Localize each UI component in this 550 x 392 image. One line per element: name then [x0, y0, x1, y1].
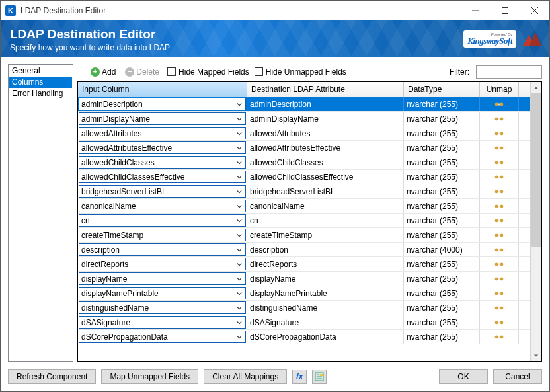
header-unmap[interactable]: Unmap	[480, 82, 519, 97]
destination-attribute-cell[interactable]: canonicalName	[247, 199, 404, 213]
destination-attribute-cell[interactable]: adminDisplayName	[247, 112, 404, 126]
input-column-combo[interactable]: displayName	[79, 272, 246, 285]
maximize-button[interactable]	[490, 1, 520, 20]
hide-mapped-checkbox[interactable]: Hide Mapped Fields	[167, 67, 249, 77]
table-row[interactable]: allowedChildClassesallowedChildClassesnv…	[78, 155, 530, 170]
fx-button[interactable]: fx	[292, 370, 307, 384]
input-column-cell[interactable]: dSCorePropagationData	[78, 330, 247, 344]
scroll-up-button[interactable]	[531, 82, 541, 93]
input-column-cell[interactable]: directReports	[78, 257, 247, 271]
input-column-combo[interactable]: cn	[79, 214, 246, 227]
input-column-combo[interactable]: distinguishedName	[79, 301, 246, 314]
table-row[interactable]: distinguishedNamedistinguishedNamenvarch…	[78, 301, 530, 315]
destination-attribute-cell[interactable]: allowedAttributes	[247, 126, 404, 140]
hide-unmapped-checkbox[interactable]: Hide Unmapped Fields	[255, 67, 346, 77]
destination-attribute-cell[interactable]: distinguishedName	[247, 301, 404, 315]
input-column-combo[interactable]: adminDisplayName	[79, 112, 246, 125]
input-column-cell[interactable]: canonicalName	[78, 199, 247, 213]
input-column-cell[interactable]: allowedAttributes	[78, 126, 247, 140]
input-column-cell[interactable]: allowedChildClassesEffective	[78, 170, 247, 184]
input-column-combo[interactable]: allowedChildClassesEffective	[79, 171, 246, 183]
unmap-cell[interactable]	[480, 315, 519, 329]
input-column-cell[interactable]: adminDisplayName	[78, 112, 247, 126]
table-row[interactable]: adminDescriptionadminDescriptionnvarchar…	[78, 97, 530, 112]
input-column-cell[interactable]: displayNamePrintable	[78, 286, 247, 300]
table-row[interactable]: descriptiondescriptionnvarchar (4000)	[78, 243, 530, 257]
scroll-down-button[interactable]	[531, 350, 541, 361]
input-column-cell[interactable]: dSASignature	[78, 315, 247, 329]
input-column-combo[interactable]: canonicalName	[79, 200, 246, 212]
unmap-cell[interactable]	[480, 301, 519, 315]
vertical-scrollbar[interactable]	[530, 82, 541, 361]
destination-attribute-cell[interactable]: dSASignature	[247, 315, 404, 329]
unmap-cell[interactable]	[480, 228, 519, 242]
unmap-cell[interactable]	[480, 214, 519, 227]
input-column-cell[interactable]: allowedChildClasses	[78, 155, 247, 169]
input-column-cell[interactable]: displayName	[78, 272, 247, 286]
table-row[interactable]: dSASignaturedSASignaturenvarchar (255)	[78, 315, 530, 330]
close-button[interactable]	[520, 1, 549, 20]
table-row[interactable]: cncnnvarchar (255)	[78, 214, 530, 228]
unmap-cell[interactable]	[480, 155, 519, 169]
refresh-component-button[interactable]: Refresh Component	[8, 369, 96, 384]
scroll-track[interactable]	[531, 93, 541, 350]
input-column-cell[interactable]: createTimeStamp	[78, 228, 247, 242]
input-column-combo[interactable]: description	[79, 243, 246, 256]
header-destination-attribute[interactable]: Destination LDAP Attribute	[247, 82, 404, 97]
unmap-cell[interactable]	[480, 112, 519, 126]
destination-attribute-cell[interactable]: createTimeStamp	[247, 228, 404, 242]
input-column-cell[interactable]: adminDescription	[78, 97, 247, 111]
header-datatype[interactable]: DataType	[404, 82, 480, 97]
input-column-combo[interactable]: allowedAttributesEffective	[79, 141, 246, 154]
unmap-cell[interactable]	[480, 272, 519, 286]
input-column-combo[interactable]: allowedAttributes	[79, 127, 246, 139]
input-column-cell[interactable]: description	[78, 243, 247, 256]
unmap-cell[interactable]	[480, 170, 519, 184]
table-row[interactable]: allowedAttributesEffectiveallowedAttribu…	[78, 141, 530, 155]
input-column-combo[interactable]: directReports	[79, 258, 246, 270]
table-row[interactable]: createTimeStampcreateTimeStampnvarchar (…	[78, 228, 530, 243]
table-row[interactable]: displayNamePrintabledisplayNamePrintable…	[78, 286, 530, 301]
minimize-button[interactable]	[460, 1, 490, 20]
destination-attribute-cell[interactable]: adminDescription	[247, 97, 404, 111]
input-column-cell[interactable]: cn	[78, 214, 247, 227]
destination-attribute-cell[interactable]: allowedChildClasses	[247, 155, 404, 169]
nav-item-general[interactable]: General	[9, 65, 72, 77]
table-row[interactable]: allowedAttributesallowedAttributesnvarch…	[78, 126, 530, 141]
clear-all-mappings-button[interactable]: Clear All Mappings	[204, 369, 287, 384]
table-row[interactable]: canonicalNamecanonicalNamenvarchar (255)	[78, 199, 530, 214]
scroll-thumb[interactable]	[531, 93, 541, 247]
table-row[interactable]: adminDisplayNameadminDisplayNamenvarchar…	[78, 112, 530, 126]
add-button[interactable]: + Add	[88, 66, 118, 78]
destination-attribute-cell[interactable]: allowedAttributesEffective	[247, 141, 404, 155]
input-column-cell[interactable]: allowedAttributesEffective	[78, 141, 247, 155]
ok-button[interactable]: OK	[439, 369, 488, 384]
table-row[interactable]: dSCorePropagationDatadSCorePropagationDa…	[78, 330, 530, 344]
cancel-button[interactable]: Cancel	[493, 369, 542, 384]
expression-button[interactable]	[312, 370, 327, 384]
input-column-combo[interactable]: dSCorePropagationData	[79, 331, 246, 343]
unmap-cell[interactable]	[480, 126, 519, 140]
unmap-cell[interactable]	[480, 97, 519, 111]
delete-button[interactable]: − Delete	[122, 66, 162, 78]
input-column-combo[interactable]: adminDescription	[79, 98, 246, 110]
unmap-cell[interactable]	[480, 243, 519, 256]
unmap-cell[interactable]	[480, 257, 519, 271]
unmap-cell[interactable]	[480, 184, 519, 198]
unmap-cell[interactable]	[480, 199, 519, 213]
unmap-cell[interactable]	[480, 286, 519, 300]
destination-attribute-cell[interactable]: displayName	[247, 272, 404, 286]
filter-input[interactable]	[476, 65, 542, 79]
input-column-combo[interactable]: displayNamePrintable	[79, 287, 246, 299]
table-row[interactable]: allowedChildClassesEffectiveallowedChild…	[78, 170, 530, 184]
input-column-combo[interactable]: bridgeheadServerListBL	[79, 185, 246, 198]
destination-attribute-cell[interactable]: dSCorePropagationData	[247, 330, 404, 344]
input-column-combo[interactable]: dSASignature	[79, 316, 246, 329]
map-unmapped-fields-button[interactable]: Map Unmapped Fields	[101, 369, 198, 384]
input-column-combo[interactable]: allowedChildClasses	[79, 156, 246, 169]
nav-item-columns[interactable]: Columns	[9, 77, 72, 88]
table-row[interactable]: directReportsdirectReportsnvarchar (255)	[78, 257, 530, 272]
header-input-column[interactable]: Input Column	[78, 82, 247, 97]
input-column-combo[interactable]: createTimeStamp	[79, 229, 246, 241]
unmap-cell[interactable]	[480, 141, 519, 155]
